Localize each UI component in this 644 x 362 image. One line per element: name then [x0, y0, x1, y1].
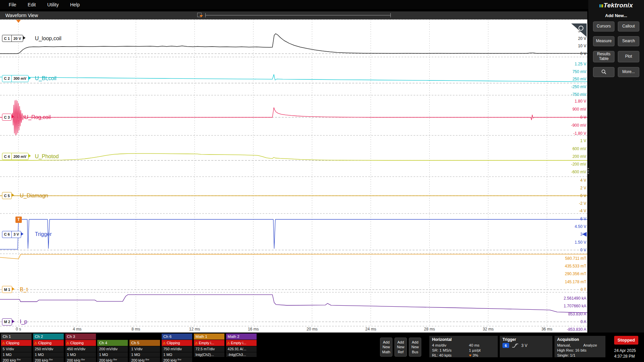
- callout-button[interactable]: Callout: [618, 21, 639, 32]
- badge-row: 200 mV/div: [97, 346, 128, 352]
- zoom-tool-button[interactable]: [593, 67, 614, 77]
- badge-math-1[interactable]: Math 1⚠Empty i...72.5 mT/divIntg(Ch2)...: [194, 333, 224, 362]
- badge-row: 1 MΩ: [33, 352, 64, 357]
- more-button[interactable]: More...: [618, 67, 639, 77]
- plot-badge-scale: 20 V: [11, 35, 23, 42]
- plot-badge-C3[interactable]: C 3: [2, 114, 12, 121]
- plot-badge-C6[interactable]: C 63 V: [2, 231, 21, 238]
- plot-badge-C4[interactable]: C 4200 mV: [2, 153, 29, 160]
- panel-splitter-grip[interactable]: [588, 167, 590, 175]
- search-button[interactable]: Search: [618, 36, 639, 46]
- cursors-button[interactable]: Cursors: [593, 21, 614, 32]
- scale-label-C2: -750 mV: [517, 92, 586, 97]
- horizontal-minimap[interactable]: [197, 12, 392, 18]
- waveform-label-C6[interactable]: Trigger: [35, 231, 52, 238]
- plot-badge-M1[interactable]: M 1: [2, 286, 12, 293]
- scale-label-M1: 0 T: [517, 287, 586, 292]
- trigger-level-arrow[interactable]: [582, 232, 587, 237]
- badge-title: Ch 2: [33, 334, 64, 340]
- scale-label-C4: 600 mV: [517, 146, 586, 151]
- plot-badge-C1[interactable]: C 120 V: [2, 35, 23, 42]
- tektronix-logo: Tektronix: [588, 2, 644, 9]
- sample-resolution: 1 µs/pt: [469, 348, 495, 353]
- add-new-math-button[interactable]: Add New Math: [380, 338, 392, 357]
- plot-badge-tip: [12, 287, 14, 291]
- plot-badge-C5[interactable]: C 5: [2, 192, 12, 199]
- badge-warning: ⚠Clipping: [1, 340, 32, 346]
- plot-badge-label: C 4: [2, 153, 11, 160]
- x-axis-label: 12 ms: [185, 327, 204, 331]
- trigger-panel[interactable]: Trigger 6 3 V: [500, 336, 552, 357]
- waveform-label-M2[interactable]: I_p: [20, 318, 27, 325]
- bandwidth-suffix: Bw: [81, 358, 85, 361]
- scale-label-C1: 0 V: [517, 51, 586, 56]
- add-new-ref-button[interactable]: Add New Ref: [394, 338, 407, 357]
- x-axis-label: 28 ms: [420, 327, 439, 331]
- menu-edit[interactable]: Edit: [24, 2, 39, 7]
- warning-icon: ⚠: [195, 341, 198, 345]
- scale-label-C5: -2 V: [517, 201, 586, 206]
- badge-title: Ch 4: [97, 340, 128, 346]
- badge-row: 1 MΩ: [162, 352, 192, 357]
- stopped-button[interactable]: Stopped: [614, 336, 638, 345]
- scale-label-C4: 200 mV: [517, 154, 586, 159]
- plot-badge-tip: [23, 36, 25, 40]
- plot-badge-M2[interactable]: M 2: [2, 318, 12, 325]
- badge-ch-6[interactable]: Ch 6⚠Clipping750 mV/div1 MΩ200 kHzBw: [162, 333, 192, 362]
- trigger-source-marker[interactable]: T: [15, 217, 22, 223]
- scale-label-C6: 4.50 V: [517, 224, 586, 229]
- add-new-bus-button[interactable]: Add New Bus: [409, 338, 421, 357]
- menu-utility[interactable]: Utility: [44, 2, 62, 7]
- bandwidth-suffix: Bw: [177, 358, 181, 361]
- scale-label-C2: 750 mV: [517, 69, 586, 74]
- acquisition-panel[interactable]: Acquisition Manual,Analyze High Res: 16 …: [554, 336, 605, 357]
- badge-ch-4[interactable]: Ch 4200 mV/div1 MΩ200 kHzBw: [97, 333, 128, 362]
- zoom-corner-icon[interactable]: [571, 23, 587, 37]
- scale-label-M2: 1.707660 kA: [517, 304, 586, 308]
- badge-math-2[interactable]: Math 2⚠Empty i...426.91 A/...-Intg(Ch3..…: [226, 333, 257, 362]
- plot-badge-C2[interactable]: C 2300 mV: [2, 75, 29, 82]
- scale-label-C3: 1.80 V: [517, 99, 586, 104]
- badge-title: Ch 5: [129, 340, 160, 346]
- record-length: RL: 40 kpts: [432, 353, 469, 358]
- acquisition-resolution: High Res: 16 bits: [557, 348, 603, 353]
- scale-label-M1: 435.533 mT: [517, 264, 586, 268]
- scale-label-M1: 580.711 mT: [517, 256, 586, 261]
- plot-badge-tip: [29, 76, 31, 80]
- waveform-label-C1[interactable]: U_loop,coil: [35, 35, 61, 42]
- waveform-label-C5[interactable]: U_Diamagn: [20, 192, 48, 199]
- plot-badge-tip: [29, 154, 31, 158]
- scale-label-C3: 0 V: [517, 115, 586, 120]
- minimap-record-window[interactable]: [205, 13, 391, 17]
- scale-label-C3: -900 mV: [517, 123, 586, 128]
- measure-button[interactable]: Measure: [593, 36, 614, 46]
- tek-logo-mark: [599, 2, 603, 9]
- waveform-label-C4[interactable]: U_Photod: [35, 153, 59, 160]
- menu-file[interactable]: File: [5, 2, 20, 7]
- waveform-label-M1[interactable]: B_t: [20, 286, 28, 293]
- menu-help[interactable]: Help: [67, 2, 83, 7]
- waveform-label-C3[interactable]: U_Rog,coil: [24, 114, 51, 121]
- trigger-position-marker[interactable]: [16, 20, 21, 23]
- badge-ch-3[interactable]: Ch 3⚠Clipping450 mV/div1 MΩ200 kHzBw: [65, 333, 96, 362]
- x-axis-label: 32 ms: [479, 327, 497, 331]
- badge-ch-1[interactable]: Ch 1⚠Clipping5 V/div1 MΩ200 kHzBw: [1, 333, 32, 362]
- plot-button[interactable]: Plot: [618, 51, 639, 62]
- badge-ch-2[interactable]: Ch 2⚠Clipping250 mV/div1 MΩ200 kHzBw: [33, 333, 64, 362]
- horizontal-scale: 4 ms/div: [432, 343, 469, 348]
- scale-label-M2: 853.830 A: [517, 312, 586, 316]
- scale-label-C6: 6 V: [517, 217, 586, 221]
- x-axis-label: 8 ms: [126, 327, 145, 331]
- badge-ch-5[interactable]: Ch 51 V/div1 MΩ200 kHzBw: [129, 333, 160, 362]
- warning-icon: ⚠: [163, 341, 166, 345]
- badge-row: 750 mV/div: [162, 346, 192, 352]
- plot-badge-scale: 300 mV: [11, 75, 28, 82]
- waveform-label-C2[interactable]: U_Bt,coil: [35, 75, 56, 82]
- bandwidth-suffix: Bw: [17, 358, 20, 361]
- results-table-button[interactable]: Results Table: [593, 51, 614, 62]
- horizontal-panel[interactable]: Horizontal 4 ms/div40 ms SR: 1 MS/s1 µs/…: [429, 336, 498, 357]
- magnifier-icon: [601, 69, 607, 75]
- plot-badge-label: M 2: [2, 319, 12, 325]
- badge-row: 250 mV/div: [33, 346, 64, 352]
- scale-label-C1: 10 V: [517, 44, 586, 48]
